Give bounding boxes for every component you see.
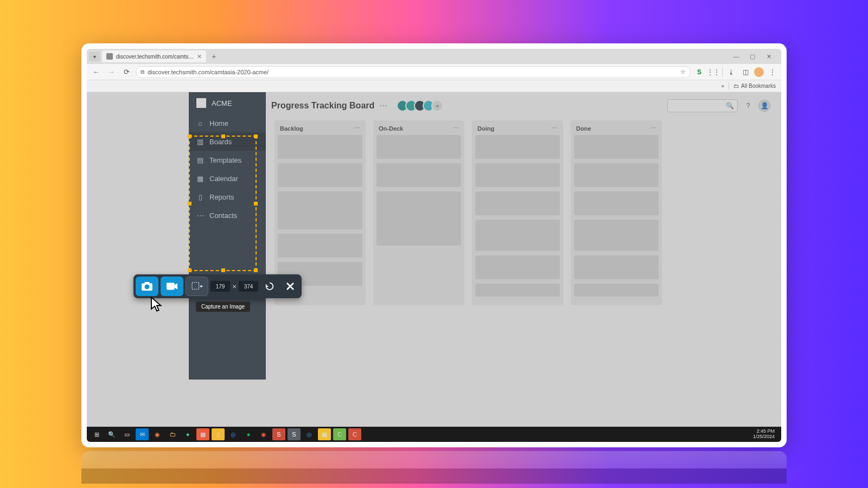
- workspace-header[interactable]: ACME: [189, 92, 266, 114]
- column-header: Doing⋯: [475, 125, 560, 135]
- taskbar-app[interactable]: ✉: [136, 428, 149, 440]
- user-avatar-button[interactable]: 👤: [758, 100, 770, 112]
- board-card[interactable]: [574, 284, 659, 297]
- browser-tab[interactable]: discover.techsmith.com/camts… ✕: [102, 50, 206, 62]
- page-title: Progress Tracking Board: [271, 101, 374, 111]
- system-clock[interactable]: 2:45 PM 1/25/2024: [753, 429, 778, 440]
- site-info-icon[interactable]: ⧉: [141, 69, 144, 75]
- board-card[interactable]: [278, 234, 362, 258]
- taskbar-app[interactable]: ◉: [257, 428, 270, 440]
- board-card[interactable]: [475, 135, 560, 159]
- taskbar-app[interactable]: ●: [242, 428, 255, 440]
- board-card[interactable]: [376, 135, 461, 159]
- sidepanel-icon[interactable]: ◫: [740, 67, 751, 78]
- board-card[interactable]: [475, 284, 560, 297]
- column-menu-icon[interactable]: ⋯: [552, 125, 558, 132]
- taskbar-app[interactable]: ▦: [318, 428, 331, 440]
- sidebar-item-reports[interactable]: ▯ Reports: [189, 188, 266, 206]
- desktop-screenshot: ▾ discover.techsmith.com/camts… ✕ + — ▢ …: [87, 49, 781, 442]
- sidebar-label: Contacts: [209, 211, 237, 220]
- calendar-icon: ▦: [196, 175, 204, 182]
- board-card[interactable]: [475, 163, 560, 187]
- window-controls: — ▢ ✕: [730, 53, 779, 60]
- taskbar-app[interactable]: ▯: [212, 428, 225, 440]
- start-button[interactable]: ⊞: [90, 428, 103, 440]
- address-bar[interactable]: ⧉ discover.techsmith.com/camtasia-2020-a…: [136, 66, 691, 78]
- sidebar-item-calendar[interactable]: ▦ Calendar: [189, 169, 266, 188]
- taskbar-app[interactable]: ◎: [303, 428, 316, 440]
- extensions-icon[interactable]: ⋮⋮: [708, 67, 719, 78]
- capture-video-button[interactable]: [161, 277, 183, 296]
- taskbar-app[interactable]: 🗀: [166, 428, 179, 440]
- region-select-button[interactable]: [186, 277, 208, 296]
- close-button[interactable]: ✕: [763, 53, 775, 60]
- sidebar-item-contacts[interactable]: ⋯ Contacts: [189, 206, 266, 224]
- reload-button[interactable]: ⟳: [120, 66, 132, 78]
- board-search[interactable]: 🔍: [667, 99, 738, 112]
- selection-width[interactable]: 179: [210, 281, 230, 292]
- board-column: Done⋯: [571, 120, 662, 305]
- board-header: Progress Tracking Board ⋯ + 🔍 ? 👤: [271, 97, 770, 115]
- column-menu-icon[interactable]: ⋯: [453, 125, 459, 132]
- tab-search-button[interactable]: ▾: [89, 52, 100, 61]
- capture-image-button[interactable]: [136, 277, 158, 296]
- clipboard-icon: ▥: [196, 138, 204, 145]
- board-card[interactable]: [376, 191, 461, 246]
- taskbar-app[interactable]: S: [272, 428, 285, 440]
- taskbar-app[interactable]: C: [348, 428, 361, 440]
- svg-rect-3: [167, 283, 175, 290]
- bookmark-star-icon[interactable]: ☆: [680, 68, 686, 75]
- taskbar-app[interactable]: ●: [181, 428, 194, 440]
- column-menu-icon[interactable]: ⋯: [650, 125, 656, 132]
- svg-rect-1: [145, 282, 150, 284]
- taskbar-app[interactable]: ▦: [196, 428, 209, 440]
- folder-icon: 🗀: [733, 83, 739, 89]
- extension-snagit-icon[interactable]: S: [694, 67, 705, 78]
- all-bookmarks-button[interactable]: 🗀 All Bookmarks: [733, 83, 776, 89]
- add-member-button[interactable]: +: [431, 100, 443, 112]
- column-title: Backlog: [280, 125, 303, 132]
- task-view-button[interactable]: ▭: [120, 428, 133, 440]
- cancel-capture-button[interactable]: [281, 277, 299, 296]
- forward-button[interactable]: →: [105, 66, 117, 78]
- help-button[interactable]: ?: [742, 100, 754, 112]
- board-card[interactable]: [574, 135, 659, 159]
- sidebar-label: Reports: [209, 193, 234, 201]
- downloads-icon[interactable]: ⭳: [726, 67, 737, 78]
- taskbar-app[interactable]: S: [288, 428, 301, 440]
- profile-avatar[interactable]: [754, 67, 764, 77]
- board-card[interactable]: [475, 255, 560, 279]
- back-button[interactable]: ←: [90, 66, 102, 78]
- board-card[interactable]: [278, 163, 362, 187]
- board-card[interactable]: [574, 220, 659, 251]
- board-card[interactable]: [475, 191, 560, 215]
- windows-taskbar: ⊞ 🔍 ▭ ✉ ◉ 🗀 ● ▦ ▯ ◎ ● ◉ S S ◎ ▦ C C 2:45…: [87, 427, 781, 442]
- board-card[interactable]: [278, 191, 362, 229]
- reset-selection-button[interactable]: [260, 277, 279, 296]
- menu-icon[interactable]: ⋮: [767, 67, 778, 78]
- column-menu-icon[interactable]: ⋯: [354, 125, 360, 132]
- board-card[interactable]: [574, 191, 659, 215]
- sidebar-item-templates[interactable]: ▤ Templates: [189, 151, 266, 169]
- board-card[interactable]: [278, 135, 362, 159]
- presentation-frame: ▾ discover.techsmith.com/camts… ✕ + — ▢ …: [81, 43, 787, 447]
- column-title: On-Deck: [379, 125, 403, 132]
- maximize-button[interactable]: ▢: [746, 53, 758, 60]
- bookmarks-overflow-icon[interactable]: »: [722, 83, 725, 89]
- new-tab-button[interactable]: +: [208, 51, 219, 62]
- board-menu-icon[interactable]: ⋯: [380, 101, 388, 110]
- board-card[interactable]: [574, 255, 659, 279]
- taskbar-search[interactable]: 🔍: [105, 428, 118, 440]
- close-tab-icon[interactable]: ✕: [197, 53, 202, 60]
- taskbar-app[interactable]: ◉: [151, 428, 164, 440]
- board-card[interactable]: [376, 163, 461, 187]
- tab-title: discover.techsmith.com/camts…: [116, 54, 194, 60]
- selection-height[interactable]: 374: [239, 281, 258, 292]
- taskbar-app[interactable]: C: [333, 428, 346, 440]
- sidebar-item-boards[interactable]: ▥ Boards: [189, 132, 266, 151]
- board-card[interactable]: [574, 163, 659, 187]
- minimize-button[interactable]: —: [730, 53, 742, 60]
- taskbar-app[interactable]: ◎: [227, 428, 240, 440]
- sidebar-item-home[interactable]: ⌂ Home: [189, 114, 266, 132]
- board-card[interactable]: [475, 220, 560, 251]
